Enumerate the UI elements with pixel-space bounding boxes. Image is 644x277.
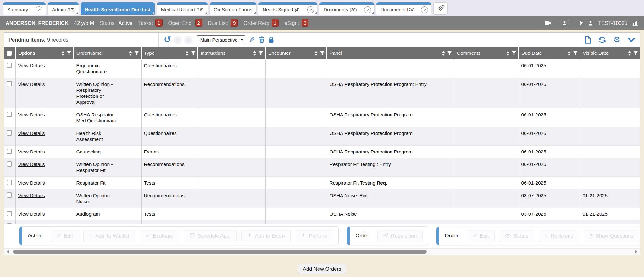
edit-perspective-pencil-icon[interactable]: ✎ bbox=[249, 36, 255, 43]
row-checkbox[interactable] bbox=[7, 81, 12, 86]
refresh-icon[interactable] bbox=[598, 36, 606, 43]
view-details-link[interactable]: View Details bbox=[18, 149, 45, 154]
sort-icon[interactable] bbox=[506, 51, 509, 56]
view-details-link[interactable]: View Details bbox=[18, 162, 45, 167]
row-checkbox[interactable] bbox=[7, 211, 12, 216]
status-button[interactable]: Status bbox=[499, 230, 534, 242]
row-checkbox[interactable] bbox=[7, 149, 12, 154]
schedule-appt-button[interactable]: Schedule Appt bbox=[184, 230, 237, 242]
view-details-link[interactable]: View Details bbox=[18, 130, 45, 136]
col-header-encounter[interactable]: Encounter bbox=[265, 47, 327, 59]
toolbar-group-order-2: Order✎EditStatus≡Revisions?Show Question… bbox=[436, 227, 640, 245]
col-header-type[interactable]: Type bbox=[141, 47, 198, 59]
filter-funnel-icon[interactable] bbox=[67, 51, 71, 56]
scroll-left-arrow-icon[interactable] bbox=[6, 250, 9, 254]
new-document-icon[interactable] bbox=[585, 36, 591, 44]
sort-icon[interactable] bbox=[186, 51, 189, 56]
row-checkbox[interactable] bbox=[7, 63, 12, 68]
add-to-waitlist-button[interactable]: +Add To Waitlist bbox=[83, 230, 135, 242]
tab-on-screen-forms[interactable]: On Screen Forms bbox=[210, 2, 256, 15]
view-details-link[interactable]: View Details bbox=[18, 63, 45, 68]
sort-icon[interactable] bbox=[442, 51, 445, 56]
counter-badge[interactable]: 2 bbox=[195, 19, 202, 27]
row-checkbox[interactable] bbox=[7, 180, 12, 185]
perform-button[interactable]: Perform bbox=[295, 230, 333, 242]
popout-arrow-icon[interactable]: ↗ bbox=[421, 6, 428, 13]
lock-perspective-icon[interactable] bbox=[269, 36, 274, 43]
tab-medical-record[interactable]: Medical Record(16) bbox=[157, 2, 208, 15]
undo-icon[interactable]: ↺ bbox=[164, 36, 171, 44]
view-details-link[interactable]: View Details bbox=[18, 180, 45, 186]
col-header-order_name[interactable]: OrderName bbox=[74, 47, 141, 59]
col-header-comments[interactable]: Comments bbox=[454, 47, 519, 59]
tab-summary[interactable]: Summary↗ bbox=[3, 2, 46, 15]
chevron-right-icon[interactable]: › bbox=[184, 36, 192, 44]
col-header-panel[interactable]: Panel bbox=[327, 47, 454, 59]
filter-funnel-icon[interactable] bbox=[134, 51, 139, 56]
tab-documents[interactable]: Documents(38)↗ bbox=[319, 2, 375, 15]
filter-funnel-icon[interactable] bbox=[320, 51, 325, 56]
sort-icon[interactable] bbox=[628, 51, 631, 56]
view-details-link[interactable]: View Details bbox=[18, 112, 45, 117]
popout-arrow-icon[interactable]: ↗ bbox=[364, 6, 371, 13]
counter-label: Tasks: bbox=[138, 20, 153, 26]
row-checkbox[interactable] bbox=[7, 112, 12, 117]
filter-funnel-icon[interactable] bbox=[633, 51, 638, 56]
view-details-link[interactable]: View Details bbox=[18, 81, 45, 87]
counter-badge[interactable]: 1 bbox=[272, 19, 279, 27]
video-camera-icon[interactable] bbox=[545, 20, 552, 25]
show-questions-button[interactable]: ?Show Questions bbox=[584, 230, 640, 242]
edit-button[interactable]: ✎Edit bbox=[467, 230, 495, 242]
sort-icon[interactable] bbox=[61, 51, 64, 56]
tab-documents-dv[interactable]: Documents-DV↗ bbox=[376, 2, 431, 15]
row-checkbox[interactable] bbox=[7, 130, 12, 136]
row-checkbox[interactable] bbox=[7, 161, 12, 167]
lightning-icon[interactable] bbox=[579, 20, 583, 26]
chevron-left-icon[interactable]: ‹ bbox=[174, 36, 182, 44]
gear-icon[interactable]: ⚙ bbox=[613, 35, 620, 44]
sort-icon[interactable] bbox=[314, 51, 318, 56]
scrollbar-thumb[interactable] bbox=[13, 250, 427, 254]
col-header-due_date[interactable]: Due Date bbox=[519, 47, 580, 59]
chevron-down-icon[interactable] bbox=[628, 38, 635, 42]
sort-icon[interactable] bbox=[253, 51, 256, 56]
patient-status: Status: Active bbox=[100, 20, 132, 26]
sort-icon[interactable] bbox=[129, 51, 132, 56]
evaluate-button[interactable]: ✔Evaluate bbox=[140, 230, 179, 242]
add-user-icon[interactable] bbox=[562, 20, 569, 26]
tab-admin[interactable]: Admin(17) bbox=[48, 2, 78, 15]
filter-funnel-icon[interactable] bbox=[447, 51, 452, 56]
add-to-exam-button[interactable]: Add to Exam bbox=[241, 230, 291, 242]
view-details-link[interactable]: View Details bbox=[18, 211, 45, 217]
requisition-button[interactable]: Requisition bbox=[377, 230, 423, 242]
row-checkbox[interactable] bbox=[7, 192, 12, 198]
col-header-instructions[interactable]: Instructions bbox=[198, 47, 265, 59]
edit-button[interactable]: ✎Edit bbox=[51, 230, 79, 242]
tab-needs-signed[interactable]: Needs Signed(4)↗ bbox=[258, 2, 317, 15]
filter-funnel-icon[interactable] bbox=[191, 51, 196, 56]
counter-badge[interactable]: 3 bbox=[302, 19, 308, 27]
select-all-checkbox[interactable] bbox=[7, 51, 12, 56]
col-header-options[interactable]: Options bbox=[15, 47, 74, 59]
sort-icon[interactable] bbox=[568, 51, 571, 56]
view-details-link[interactable]: View Details bbox=[18, 193, 45, 198]
horizontal-scrollbar[interactable] bbox=[4, 248, 640, 255]
bar-chart-icon[interactable] bbox=[632, 20, 638, 26]
counter-badge[interactable]: 1 bbox=[155, 19, 162, 27]
button-label: Schedule Appt bbox=[197, 233, 231, 239]
delete-perspective-trash-icon[interactable] bbox=[259, 36, 264, 43]
tab-health-surveillance-due-list[interactable]: Health Surveillance:Due List bbox=[81, 2, 155, 15]
scroll-right-arrow-icon[interactable] bbox=[635, 250, 638, 254]
col-header-visible_date[interactable]: Visible Date bbox=[580, 47, 640, 59]
revisions-button[interactable]: ≡Revisions bbox=[539, 230, 579, 242]
counter-badge[interactable]: 9 bbox=[231, 19, 238, 27]
tab-settings-button[interactable]: ⚙ ⚙ bbox=[433, 2, 448, 15]
popout-arrow-icon[interactable]: ↗ bbox=[36, 6, 42, 13]
perspective-select[interactable]: Main Perspective bbox=[197, 35, 245, 44]
add-new-orders-button[interactable]: Add New Orders bbox=[298, 264, 346, 274]
col-header-select-all[interactable] bbox=[4, 47, 15, 59]
filter-funnel-icon[interactable] bbox=[512, 51, 516, 56]
filter-funnel-icon[interactable] bbox=[258, 51, 263, 56]
filter-funnel-icon[interactable] bbox=[573, 51, 578, 56]
popout-arrow-icon[interactable]: ↗ bbox=[307, 6, 314, 13]
